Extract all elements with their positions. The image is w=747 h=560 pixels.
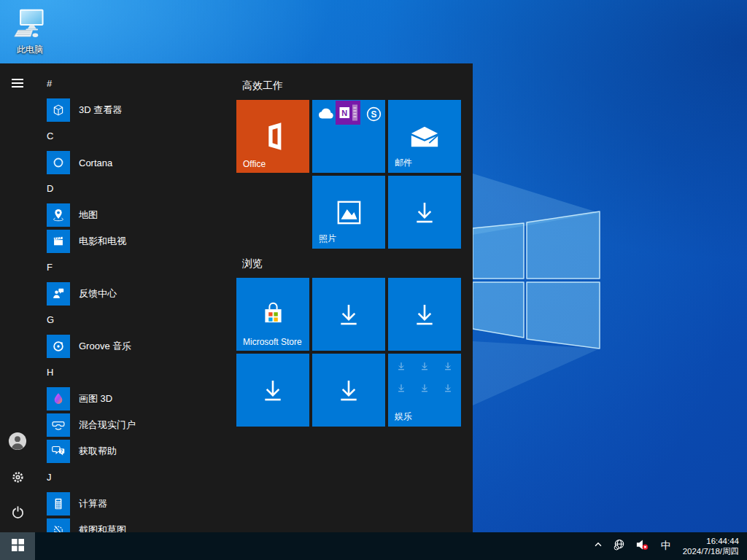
volume-muted-icon <box>635 539 649 553</box>
download-arrow-icon <box>443 361 453 371</box>
feedback-icon <box>47 282 70 306</box>
get-help-icon: ? <box>47 440 70 463</box>
clock-date: 2024/7/18/周四 <box>683 546 739 556</box>
onenote-icon: N <box>336 101 360 125</box>
app-section-letter[interactable]: G <box>47 307 207 333</box>
start-menu-rail <box>0 63 35 532</box>
app-item-label: 反馈中心 <box>79 287 117 300</box>
app-item-label: 画图 3D <box>79 392 112 405</box>
windows-logo-icon <box>12 539 24 554</box>
tile-pending-install[interactable] <box>236 354 309 427</box>
hamburger-icon <box>10 76 25 93</box>
volume-button[interactable] <box>630 532 654 560</box>
download-arrow-icon <box>236 354 309 427</box>
app-list-item[interactable]: 电影和电视 <box>47 228 229 254</box>
power-button[interactable] <box>3 499 32 528</box>
download-arrow-icon <box>312 354 385 427</box>
svg-text:S: S <box>371 109 377 120</box>
tile-邮件[interactable]: 邮件 <box>388 100 461 173</box>
app-item-label: 获取帮助 <box>79 445 117 458</box>
cube-icon <box>47 98 70 122</box>
app-section-letter[interactable]: F <box>47 254 207 281</box>
start-menu: #3D 查看器CCortanaD地图电影和电视F反馈中心GGroove 音乐H画… <box>0 63 473 532</box>
app-item-label: 截图和草图 <box>79 524 126 532</box>
ime-indicator[interactable]: 中 <box>654 532 678 560</box>
tile-label: 照片 <box>319 233 336 245</box>
app-list-item[interactable]: 地图 <box>47 202 229 228</box>
taskbar: 中 16:44:44 2024/7/18/周四 <box>0 532 747 560</box>
download-arrow-icon <box>443 383 453 393</box>
app-section-letter[interactable]: J <box>47 464 207 491</box>
svg-text:N: N <box>341 109 347 117</box>
network-button[interactable] <box>608 532 630 560</box>
app-list-item[interactable]: 反馈中心 <box>47 281 229 307</box>
app-item-label: Cortana <box>79 158 112 168</box>
app-list-item[interactable]: 计算器 <box>47 491 229 517</box>
tile-pending-install[interactable] <box>388 278 461 351</box>
download-arrow-icon <box>388 176 461 249</box>
app-item-label: 混合现实门户 <box>79 419 136 432</box>
avatar-icon <box>8 432 27 454</box>
tile-area: 高效工作OfficeNS邮件照片浏览Microsoft Store娱乐 <box>236 63 473 532</box>
tile-group-title[interactable]: 浏览 <box>242 255 263 271</box>
tile-label: 邮件 <box>395 157 412 169</box>
app-section-letter[interactable]: C <box>47 123 207 149</box>
skype-icon: S <box>366 106 382 122</box>
power-icon <box>11 505 25 522</box>
tile-label: Office <box>243 159 266 169</box>
app-list-item[interactable]: Cortana <box>47 149 229 176</box>
snip-sketch-icon <box>47 518 70 532</box>
app-item-label: 电影和电视 <box>79 235 126 248</box>
app-section-letter[interactable]: # <box>47 71 207 97</box>
desktop-icon-label: 此电脑 <box>7 44 53 56</box>
app-list-item[interactable]: ?获取帮助 <box>47 438 229 464</box>
app-list-item[interactable]: 画图 3D <box>47 386 229 412</box>
tile-group-onedrive-onenote-skype[interactable]: NS <box>312 100 385 173</box>
tile-Microsoft Store[interactable]: Microsoft Store <box>236 278 309 351</box>
app-section-letter[interactable]: H <box>47 359 207 386</box>
download-arrow-icon <box>396 383 406 393</box>
download-arrow-icon <box>419 361 430 371</box>
tile-pending-install[interactable] <box>312 354 385 427</box>
system-tray: 中 16:44:44 2024/7/18/周四 <box>588 532 747 560</box>
app-item-label: 3D 查看器 <box>79 104 122 117</box>
app-list-item[interactable]: 混合现实门户 <box>47 412 229 438</box>
groove-icon <box>47 335 70 358</box>
calculator-icon <box>47 492 70 516</box>
map-pin-icon <box>47 203 70 227</box>
show-hidden-icons-button[interactable] <box>588 532 608 560</box>
tile-pending-install[interactable] <box>312 278 385 351</box>
mixed-reality-icon <box>47 413 70 437</box>
app-section-letter[interactable]: D <box>47 176 207 202</box>
movies-tv-icon <box>47 230 70 253</box>
app-item-label: Groove 音乐 <box>79 340 131 353</box>
expand-menu-button[interactable] <box>3 70 32 99</box>
download-arrow-icon <box>396 361 406 371</box>
tile-Office[interactable]: Office <box>236 100 309 173</box>
download-arrow-icon <box>388 278 461 351</box>
app-item-label: 计算器 <box>79 497 107 510</box>
network-no-internet-icon <box>614 539 625 553</box>
tile-folder-娱乐[interactable]: 娱乐 <box>388 354 461 427</box>
svg-text:?: ? <box>60 448 63 454</box>
app-list: #3D 查看器CCortanaD地图电影和电视F反馈中心GGroove 音乐H画… <box>35 63 233 532</box>
app-list-item[interactable]: 截图和草图 <box>47 517 229 532</box>
settings-button[interactable] <box>3 464 32 493</box>
start-button[interactable] <box>0 532 35 560</box>
tile-照片[interactable]: 照片 <box>312 176 385 249</box>
taskbar-clock[interactable]: 16:44:44 2024/7/18/周四 <box>678 532 747 560</box>
app-item-label: 地图 <box>79 209 98 222</box>
download-arrow-icon <box>419 383 430 393</box>
tile-label: Microsoft Store <box>243 337 302 347</box>
user-account-button[interactable] <box>3 428 32 457</box>
paint3d-icon <box>47 387 70 411</box>
tile-label: 娱乐 <box>395 411 412 423</box>
desktop: 此电脑 #3D 查看器CCortanaD地图电影和电视F反馈中心GGroove … <box>0 0 747 560</box>
download-arrow-icon <box>312 278 385 351</box>
app-list-item[interactable]: Groove 音乐 <box>47 333 229 359</box>
gear-icon <box>11 470 25 487</box>
tile-group-title[interactable]: 高效工作 <box>242 77 283 93</box>
app-list-item[interactable]: 3D 查看器 <box>47 97 229 123</box>
tile-pending-install[interactable] <box>388 176 461 249</box>
desktop-icon-this-pc[interactable]: 此电脑 <box>7 9 53 56</box>
